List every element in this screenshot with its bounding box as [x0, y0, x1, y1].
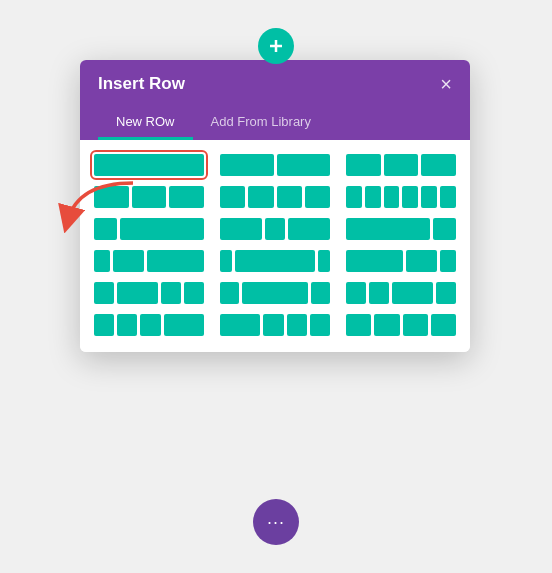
col-block: [117, 282, 157, 304]
col-block: [94, 154, 204, 176]
col-block: [235, 250, 315, 272]
col-block: [436, 282, 456, 304]
layout-3part[interactable]: [220, 218, 330, 240]
layout-n-w-n[interactable]: [220, 250, 330, 272]
col-block: [94, 250, 110, 272]
col-block: [164, 314, 204, 336]
col-block: [431, 314, 456, 336]
col-block: [346, 314, 371, 336]
col-block: [242, 282, 309, 304]
modal-title-row: Insert Row ×: [98, 74, 452, 94]
layout-4v7[interactable]: [346, 314, 456, 336]
col-block: [310, 314, 330, 336]
col-block: [384, 186, 400, 208]
layout-2col[interactable]: [220, 154, 330, 176]
layout-4v4[interactable]: [346, 282, 456, 304]
col-block: [365, 186, 381, 208]
layout-3col-sm[interactable]: [94, 186, 204, 208]
modal-close-button[interactable]: ×: [440, 74, 452, 94]
col-block: [311, 282, 330, 304]
layout-row-4: [94, 250, 456, 272]
page-wrapper: Insert Row × New ROw Add From Library: [0, 0, 552, 573]
col-block: [113, 250, 145, 272]
col-block: [94, 282, 114, 304]
layout-sm-lg[interactable]: [94, 250, 204, 272]
col-block: [346, 186, 362, 208]
col-block: [117, 314, 137, 336]
col-block: [406, 250, 438, 272]
layout-row-6: [94, 314, 456, 336]
col-block: [220, 186, 245, 208]
col-block: [421, 154, 456, 176]
col-block: [287, 314, 307, 336]
col-block: [132, 186, 167, 208]
col-block: [147, 250, 204, 272]
layout-3-1[interactable]: [346, 218, 456, 240]
col-block: [288, 218, 330, 240]
col-block: [184, 282, 204, 304]
col-block: [384, 154, 419, 176]
col-block: [94, 314, 114, 336]
tab-add-from-library[interactable]: Add From Library: [193, 106, 329, 140]
layout-4v2[interactable]: [94, 282, 204, 304]
layout-lg-sm[interactable]: [346, 250, 456, 272]
tab-new-row[interactable]: New ROw: [98, 106, 193, 140]
col-block: [433, 218, 456, 240]
col-block: [318, 250, 330, 272]
layout-row-5: [94, 282, 456, 304]
top-add-button[interactable]: [258, 28, 294, 64]
col-block: [421, 186, 437, 208]
col-block: [161, 282, 181, 304]
col-block: [305, 186, 330, 208]
col-block: [403, 314, 428, 336]
layout-4v5[interactable]: [94, 314, 204, 336]
col-block: [346, 218, 430, 240]
layout-3col[interactable]: [346, 154, 456, 176]
layout-row-3: [94, 218, 456, 240]
col-block: [369, 282, 389, 304]
col-block: [220, 282, 239, 304]
bottom-dots-button[interactable]: ···: [253, 499, 299, 545]
layout-row-2: [94, 186, 456, 208]
layout-row-1: [94, 154, 456, 176]
layout-4col[interactable]: [220, 186, 330, 208]
modal-title: Insert Row: [98, 74, 185, 94]
col-block: [169, 186, 204, 208]
col-block: [440, 250, 456, 272]
layout-4v6[interactable]: [220, 314, 330, 336]
col-block: [120, 218, 204, 240]
col-block: [346, 250, 403, 272]
col-block: [94, 218, 117, 240]
col-block: [346, 154, 381, 176]
col-block: [220, 314, 260, 336]
insert-row-modal: Insert Row × New ROw Add From Library: [80, 60, 470, 352]
col-block: [392, 282, 432, 304]
col-block: [402, 186, 418, 208]
col-block: [346, 282, 366, 304]
col-block: [440, 186, 456, 208]
layout-6col[interactable]: [346, 186, 456, 208]
col-block: [265, 218, 286, 240]
layout-1col[interactable]: [94, 154, 204, 176]
col-block: [94, 186, 129, 208]
layout-1-3[interactable]: [94, 218, 204, 240]
modal-body: [80, 140, 470, 352]
col-block: [374, 314, 399, 336]
col-block: [220, 218, 262, 240]
col-block: [220, 154, 274, 176]
col-block: [263, 314, 283, 336]
modal-header: Insert Row × New ROw Add From Library: [80, 60, 470, 140]
col-block: [277, 186, 302, 208]
col-block: [277, 154, 331, 176]
col-block: [140, 314, 160, 336]
col-block: [220, 250, 232, 272]
modal-tabs: New ROw Add From Library: [98, 106, 452, 140]
col-block: [248, 186, 273, 208]
layout-4v3[interactable]: [220, 282, 330, 304]
